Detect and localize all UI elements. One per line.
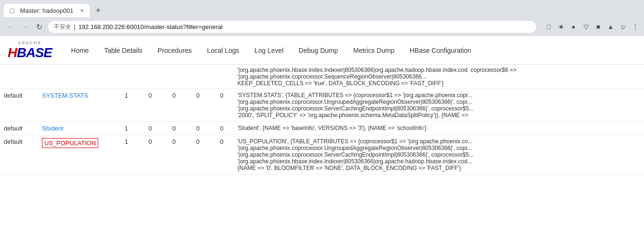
table-link-system-stats[interactable]: SYSTEM.STATS bbox=[42, 92, 88, 99]
num-cell: 0 bbox=[162, 89, 186, 122]
num-cell: 0 bbox=[138, 89, 162, 122]
tab-page-icon: ▢ bbox=[10, 7, 16, 14]
back-button[interactable]: ← bbox=[4, 20, 15, 33]
nav-home[interactable]: Home bbox=[63, 43, 96, 58]
nav-hbase-configuration[interactable]: HBase Configuration bbox=[402, 43, 479, 58]
logo-hbase-text: HBASE bbox=[8, 45, 52, 60]
num-cell bbox=[114, 65, 138, 89]
desc-cell: 'US_POPULATION', {TABLE_ATTRIBUTES => {c… bbox=[234, 135, 644, 175]
desc-cell: '|org.apache.phoenix.hbase.index.Indexer… bbox=[234, 65, 644, 89]
num-cell: 0 bbox=[186, 89, 210, 122]
extension-icon2[interactable]: ▽ bbox=[581, 22, 591, 31]
table-area: '|org.apache.phoenix.hbase.index.Indexer… bbox=[0, 65, 644, 175]
desc-cell: 'Student', {NAME => 'baseInfo', VERSIONS… bbox=[234, 122, 644, 135]
extension-icon3[interactable]: ■ bbox=[593, 22, 603, 31]
nav-log-level[interactable]: Log Level bbox=[247, 43, 291, 58]
table-row: default SYSTEM.STATS 1 0 0 0 0 'SYSTEM.S… bbox=[0, 89, 644, 122]
num-cell: 0 bbox=[210, 135, 234, 175]
new-tab-button[interactable]: + bbox=[92, 4, 105, 17]
table-row: default Student 1 0 0 0 0 'Student', {NA… bbox=[0, 122, 644, 135]
address-text: 192.168.200.226:60010/master-status?filt… bbox=[78, 23, 222, 30]
num-cell: 0 bbox=[210, 122, 234, 135]
tables-table: '|org.apache.phoenix.hbase.index.Indexer… bbox=[0, 65, 644, 175]
num-cell bbox=[210, 65, 234, 89]
tablename-cell: SYSTEM.STATS bbox=[38, 89, 114, 122]
num-cell: 0 bbox=[186, 135, 210, 175]
namespace-cell bbox=[0, 65, 38, 89]
menu-icon[interactable]: ⋮ bbox=[631, 22, 640, 31]
num-cell bbox=[162, 65, 186, 89]
desc-cell: 'SYSTEM.STATS', {TABLE_ATTRIBUTES => {co… bbox=[234, 89, 644, 122]
extension-icon4[interactable]: ▲ bbox=[606, 22, 615, 31]
num-cell: 0 bbox=[210, 89, 234, 122]
num-cell: 0 bbox=[138, 122, 162, 135]
num-cell bbox=[138, 65, 162, 89]
forward-button[interactable]: → bbox=[19, 20, 31, 33]
browser-chrome: ▢ Master: hadoop001 × + ← → ↻ 不安全 | 192.… bbox=[0, 0, 644, 36]
bookmark-icon[interactable]: ★ bbox=[556, 22, 566, 31]
num-cell bbox=[186, 65, 210, 89]
logo-apache-text: APACHE bbox=[18, 40, 41, 45]
refresh-button[interactable]: ↻ bbox=[34, 20, 44, 33]
num-cell: 0 bbox=[138, 135, 162, 175]
table-row: default US_POPULATION 1 0 0 0 0 'US_POPU… bbox=[0, 135, 644, 175]
num-cell: 0 bbox=[162, 135, 186, 175]
num-cell: 1 bbox=[114, 135, 138, 175]
num-cell: 0 bbox=[186, 122, 210, 135]
tablename-cell: US_POPULATION bbox=[38, 135, 114, 175]
nav-procedures[interactable]: Procedures bbox=[150, 43, 200, 58]
nav-table-details[interactable]: Table Details bbox=[96, 43, 150, 58]
tablename-cell bbox=[38, 65, 114, 89]
tab-bar: ▢ Master: hadoop001 × + bbox=[0, 0, 644, 17]
tab-title: Master: hadoop001 bbox=[20, 7, 73, 14]
nav-local-logs[interactable]: Local Logs bbox=[199, 43, 247, 58]
security-label: 不安全 bbox=[54, 23, 71, 31]
tablename-cell: Student bbox=[38, 122, 114, 135]
namespace-cell: default bbox=[0, 135, 38, 175]
num-cell: 1 bbox=[114, 89, 138, 122]
address-bar[interactable]: 不安全 | 192.168.200.226:60010/master-statu… bbox=[48, 21, 536, 33]
address-separator: | bbox=[74, 23, 75, 30]
active-tab[interactable]: ▢ Master: hadoop001 × bbox=[4, 4, 90, 17]
tab-close-button[interactable]: × bbox=[80, 7, 84, 14]
account-icon[interactable]: ☺ bbox=[618, 22, 628, 31]
num-cell: 0 bbox=[162, 122, 186, 135]
app-header: APACHE HBASE Home Table Details Procedur… bbox=[0, 36, 644, 65]
table-link-student[interactable]: Student bbox=[42, 125, 63, 132]
table-row: '|org.apache.phoenix.hbase.index.Indexer… bbox=[0, 65, 644, 89]
screenshot-icon[interactable]: □ bbox=[544, 22, 553, 31]
hbase-logo[interactable]: APACHE HBASE bbox=[8, 40, 52, 60]
num-cell: 1 bbox=[114, 122, 138, 135]
nav-metrics-dump[interactable]: Metrics Dump bbox=[346, 43, 402, 58]
namespace-cell: default bbox=[0, 122, 38, 135]
table-link-us-population[interactable]: US_POPULATION bbox=[42, 138, 98, 148]
extension-icon1[interactable]: ● bbox=[569, 22, 578, 31]
address-bar-row: ← → ↻ 不安全 | 192.168.200.226:60010/master… bbox=[0, 17, 644, 36]
browser-icons: □ ★ ● ▽ ■ ▲ ☺ ⋮ bbox=[544, 22, 640, 31]
nav-debug-dump[interactable]: Debug Dump bbox=[291, 43, 346, 58]
namespace-cell: default bbox=[0, 89, 38, 122]
main-nav: Home Table Details Procedures Local Logs… bbox=[63, 43, 479, 58]
